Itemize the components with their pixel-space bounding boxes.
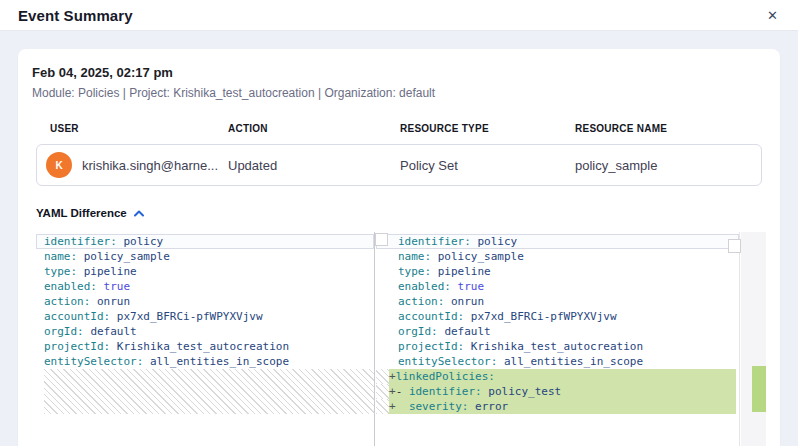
code-line: type: pipeline [376, 264, 739, 279]
audit-table-header: USER ACTION RESOURCE TYPE RESOURCE NAME [36, 100, 762, 144]
action-cell: Updated [228, 158, 400, 173]
code-line: accountId: px7xd_BFRCi-pfWPYXVjvw [36, 309, 374, 324]
yaml-difference-toggle[interactable]: YAML Difference [36, 207, 144, 219]
added-line-gutter-hatch [376, 399, 389, 414]
diff-pane-original[interactable]: identifier: policyname: policy_sampletyp… [36, 232, 374, 446]
added-code-line: +linkedPolicies: [376, 369, 739, 384]
code-line: name: policy_sample [36, 249, 374, 264]
added-line-gutter-hatch [376, 369, 389, 384]
user-cell: K krishika.singh@harne... [37, 152, 228, 178]
column-header-user: USER [36, 123, 228, 134]
code-line: orgId: default [376, 324, 739, 339]
diff-pane-modified[interactable]: identifier: policyname: policy_sampletyp… [376, 232, 740, 446]
code-line: projectId: Krishika_test_autocreation [36, 339, 374, 354]
added-code-line: + severity: error [376, 399, 739, 414]
event-summary-modal: Event Summary ✕ Feb 04, 2025, 02:17 pm M… [0, 0, 798, 446]
code-line: projectId: Krishika_test_autocreation [376, 339, 739, 354]
right-pane-scrollbar[interactable] [728, 239, 741, 253]
overview-ruler[interactable] [741, 232, 766, 446]
yaml-difference-label: YAML Difference [36, 207, 127, 219]
left-pane-scrollbar[interactable] [375, 233, 388, 246]
code-line: entitySelector: all_entities_in_scope [36, 354, 374, 369]
resource-type-cell: Policy Set [400, 158, 575, 173]
modal-body: Feb 04, 2025, 02:17 pm Module: Policies … [0, 31, 798, 446]
code-line: action: onrun [376, 294, 739, 309]
table-row: K krishika.singh@harne... Updated Policy… [36, 144, 762, 186]
yaml-diff-editor: identifier: policyname: policy_sampletyp… [36, 232, 766, 446]
code-line: orgId: default [36, 324, 374, 339]
resource-name-cell: policy_sample [575, 158, 761, 173]
page-title: Event Summary [18, 7, 133, 24]
close-icon[interactable]: ✕ [767, 9, 778, 22]
modal-header: Event Summary ✕ [0, 0, 798, 31]
code-line: name: policy_sample [376, 249, 739, 264]
code-line: enabled: true [36, 279, 374, 294]
chevron-up-icon [134, 210, 144, 217]
deleted-placeholder-hatch [44, 369, 374, 414]
column-header-resource-name: RESOURCE NAME [575, 123, 762, 134]
diff-change-marker [752, 366, 766, 412]
event-meta-line: Module: Policies | Project: Krishika_tes… [32, 86, 766, 100]
code-line: type: pipeline [36, 264, 374, 279]
avatar: K [46, 152, 72, 178]
diff-pane-divider [374, 232, 375, 446]
event-timestamp: Feb 04, 2025, 02:17 pm [32, 63, 766, 80]
added-line-gutter-hatch [376, 384, 389, 399]
added-code-line: +- identifier: policy_test [376, 384, 739, 399]
code-line: identifier: policy [36, 234, 374, 249]
column-header-resource-type: RESOURCE TYPE [400, 123, 575, 134]
event-card: Feb 04, 2025, 02:17 pm Module: Policies … [18, 49, 780, 446]
column-header-action: ACTION [228, 123, 400, 134]
code-line: entitySelector: all_entities_in_scope [376, 354, 739, 369]
code-line: identifier: policy [376, 234, 739, 249]
code-line: accountId: px7xd_BFRCi-pfWPYXVjvw [376, 309, 739, 324]
code-line: action: onrun [36, 294, 374, 309]
user-email: krishika.singh@harne... [82, 158, 218, 173]
code-line: enabled: true [376, 279, 739, 294]
